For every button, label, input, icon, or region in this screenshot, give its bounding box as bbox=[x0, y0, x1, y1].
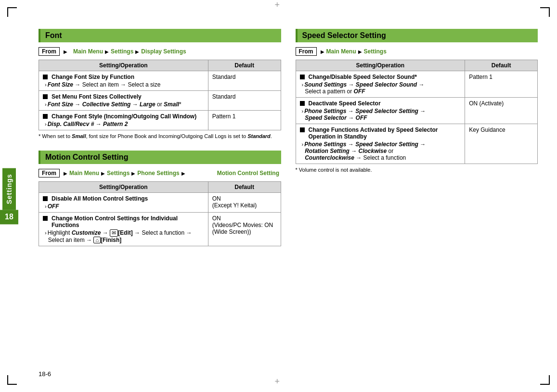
motion-arrow-3: ▶ bbox=[131, 171, 135, 176]
motion-row-2-sub: ›Highlight Customize → ✉[Edit] → Select … bbox=[43, 229, 204, 243]
motion-section-title: Motion Control Setting bbox=[39, 151, 281, 164]
speed-row-3-heading: Change Functions Activated by Speed Sele… bbox=[309, 126, 461, 140]
font-row-3-heading: Change Font Style (Incoming/Outgoing Cal… bbox=[52, 113, 196, 120]
left-column: Font From Main Menu ▶ Settings ▶ Display… bbox=[39, 29, 281, 249]
speed-row-3-default: Key Guidance bbox=[465, 124, 538, 164]
motion-bc-1: Main Menu bbox=[69, 170, 99, 177]
font-section: Font From Main Menu ▶ Settings ▶ Display… bbox=[39, 29, 281, 139]
side-tab-container: Settings 18 bbox=[0, 168, 18, 224]
corner-mark-tr bbox=[540, 7, 550, 17]
font-breadcrumb: From Main Menu ▶ Settings ▶ Display Sett… bbox=[39, 47, 281, 56]
motion-table-col1-header: Setting/Operation bbox=[39, 182, 208, 193]
motion-bc-3: Phone Settings bbox=[137, 170, 179, 177]
font-arrow-2: ▶ bbox=[105, 49, 109, 54]
font-row-1: Change Font Size by Function ›Font Size … bbox=[39, 71, 281, 91]
motion-bc-4: Motion Control Setting bbox=[188, 170, 279, 177]
side-tab-page-number: 18 bbox=[0, 210, 18, 224]
motion-row-2-operation: Change Motion Control Settings for Indiv… bbox=[39, 213, 208, 246]
crosshair-bottom bbox=[275, 380, 283, 388]
bullet-2 bbox=[43, 94, 48, 99]
speed-row-3-sub: ›Phone Settings → Speed Selector Setting… bbox=[300, 141, 461, 161]
bullet-1 bbox=[43, 75, 48, 79]
speed-row-2-operation: Deactivate Speed Selector ›Phone Setting… bbox=[296, 98, 465, 124]
speed-row-1-default: Pattern 1 bbox=[465, 71, 538, 98]
speed-table-col2-header: Default bbox=[465, 60, 538, 71]
font-row-1-operation: Change Font Size by Function ›Font Size … bbox=[39, 71, 208, 91]
speed-row-2-default: ON (Activate) bbox=[465, 98, 538, 124]
finish-key: ⌂ bbox=[93, 237, 101, 243]
speed-row-1: Change/Disable Speed Selector Sound* ›So… bbox=[296, 71, 538, 98]
font-from-box: From bbox=[39, 47, 60, 56]
speed-bc-2: Settings bbox=[364, 48, 387, 55]
motion-row-1-sub: ›OFF bbox=[43, 203, 204, 210]
speed-section: Speed Selector Setting From ▶ Main Menu … bbox=[296, 29, 538, 173]
font-row-2-default: Standard bbox=[208, 91, 281, 111]
motion-table: Setting/Operation Default Disable All Mo… bbox=[39, 181, 281, 246]
speed-breadcrumb: From ▶ Main Menu ▶ Settings bbox=[296, 47, 538, 56]
speed-bullet-3 bbox=[300, 127, 305, 132]
font-row-3: Change Font Style (Incoming/Outgoing Cal… bbox=[39, 111, 281, 130]
speed-arrow-2: ▶ bbox=[358, 49, 362, 54]
font-table: Setting/Operation Default Change Font Si… bbox=[39, 60, 281, 130]
speed-bullet-2 bbox=[300, 101, 305, 106]
right-column: Speed Selector Setting From ▶ Main Menu … bbox=[296, 29, 538, 249]
font-row-1-default: Standard bbox=[208, 71, 281, 91]
speed-table: Setting/Operation Default Change/Disable… bbox=[296, 60, 538, 164]
side-tab-label: Settings bbox=[2, 168, 16, 210]
motion-arrow-4: ▶ bbox=[181, 171, 185, 176]
speed-bc-1: Main Menu bbox=[326, 48, 356, 55]
font-arrow-3: ▶ bbox=[135, 49, 139, 54]
motion-bc-2: Settings bbox=[107, 170, 130, 177]
page-footer: 18-6 bbox=[39, 370, 51, 378]
motion-row-1-heading: Disable All Motion Control Settings bbox=[52, 195, 148, 202]
motion-row-1: Disable All Motion Control Settings ›OFF… bbox=[39, 193, 281, 213]
corner-mark-tl bbox=[7, 7, 17, 17]
speed-row-3: Change Functions Activated by Speed Sele… bbox=[296, 124, 538, 164]
speed-table-col1-header: Setting/Operation bbox=[296, 60, 465, 71]
font-section-title: Font bbox=[39, 29, 281, 42]
motion-row-2: Change Motion Control Settings for Indiv… bbox=[39, 213, 281, 246]
motion-row-2-default: ON(Videos/PC Movies: ON(Wide Screen)) bbox=[208, 213, 281, 246]
font-row-3-default: Pattern 1 bbox=[208, 111, 281, 130]
motion-breadcrumb: From ▶ Main Menu ▶ Settings ▶ Phone Sett… bbox=[39, 169, 281, 177]
speed-from-box: From bbox=[296, 47, 317, 56]
corner-mark-bl bbox=[7, 375, 17, 385]
font-bc-1: Main Menu bbox=[73, 48, 103, 55]
motion-row-1-default: ON(Except Y! Keitai) bbox=[208, 193, 281, 213]
motion-row-2-heading: Change Motion Control Settings for Indiv… bbox=[52, 215, 204, 228]
motion-arrow-1: ▶ bbox=[64, 171, 67, 176]
speed-row-2: Deactivate Speed Selector ›Phone Setting… bbox=[296, 98, 538, 124]
corner-mark-br bbox=[540, 375, 550, 385]
speed-row-1-operation: Change/Disable Speed Selector Sound* ›So… bbox=[296, 71, 465, 98]
speed-bullet-1 bbox=[300, 75, 305, 79]
font-bc-2: Settings bbox=[111, 48, 133, 55]
speed-row-2-heading: Deactivate Speed Selector bbox=[309, 100, 381, 107]
font-table-col1-header: Setting/Operation bbox=[39, 60, 208, 71]
speed-row-3-operation: Change Functions Activated by Speed Sele… bbox=[296, 124, 465, 164]
edit-key: ✉ bbox=[110, 229, 118, 237]
speed-arrow-1: ▶ bbox=[321, 49, 324, 54]
font-bc-3: Display Settings bbox=[141, 48, 186, 55]
font-row-2-heading: Set Menu Font Sizes Collectively bbox=[52, 93, 142, 100]
speed-row-1-heading: Change/Disable Speed Selector Sound* bbox=[309, 74, 417, 80]
font-row-3-operation: Change Font Style (Incoming/Outgoing Cal… bbox=[39, 111, 208, 130]
motion-bullet-2 bbox=[43, 216, 48, 221]
bullet-3 bbox=[43, 114, 48, 119]
font-row-3-sub: ›Disp. Call/Recv # → Pattern 2 bbox=[43, 121, 204, 127]
font-row-1-heading: Change Font Size by Function bbox=[52, 74, 134, 80]
motion-table-col2-header: Default bbox=[208, 182, 281, 193]
speed-footnote: * Volume control is not available. bbox=[296, 167, 538, 173]
speed-section-title: Speed Selector Setting bbox=[296, 29, 538, 42]
speed-row-2-sub: ›Phone Settings → Speed Selector Setting… bbox=[300, 108, 461, 121]
speed-row-1-sub: ›Sound Settings → Speed Selector Sound →… bbox=[300, 81, 461, 95]
motion-row-1-operation: Disable All Motion Control Settings ›OFF bbox=[39, 193, 208, 213]
font-arrow-1 bbox=[64, 48, 71, 55]
motion-from-box: From bbox=[39, 169, 60, 177]
crosshair-top bbox=[275, 4, 283, 12]
motion-arrow-2: ▶ bbox=[101, 171, 105, 176]
motion-section: Motion Control Setting From ▶ Main Menu … bbox=[39, 151, 281, 246]
font-row-2-sub: ›Font Size → Collective Setting → Large … bbox=[43, 101, 204, 108]
font-footnote: * When set to Small, font size for Phone… bbox=[39, 133, 281, 139]
font-row-2: Set Menu Font Sizes Collectively ›Font S… bbox=[39, 91, 281, 111]
motion-bullet-1 bbox=[43, 196, 48, 201]
